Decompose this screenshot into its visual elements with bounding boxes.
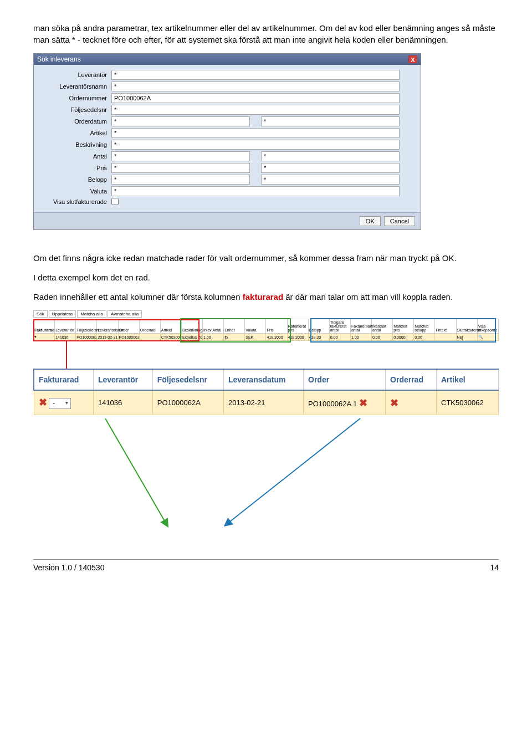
gc-6: CTK503006 [160,334,181,341]
svg-line-2 [227,418,360,524]
gc-3: 2013-02-21 [97,334,118,341]
gc-21: 🔍 [477,334,498,341]
grid-toolbar: Sök Uppdatera Matcha alla Avmatcha alla [33,310,499,318]
gh-5: Orderrad [139,319,160,334]
input-orderdatum-from[interactable] [111,116,250,126]
gh-13: Belopp [308,319,329,334]
input-pris-to[interactable] [261,163,400,173]
gc-19 [435,334,456,341]
input-valuta[interactable] [111,186,400,196]
gc-9: fp [224,334,245,341]
input-belopp-from[interactable] [111,175,250,185]
checkbox-visa-slutfakturerade[interactable] [111,198,119,205]
label-visa-slutfakturerade: Visa slutfakturerade [39,198,111,205]
zoom-grid: Fakturarad Leverantör Följesedelsnr Leve… [33,369,499,415]
gh-21: Visa Inköpsorde [477,319,498,334]
cancel-button[interactable]: Cancel [384,216,415,226]
input-antal-to[interactable] [261,151,400,161]
input-leverantor[interactable] [111,70,400,80]
gc-20: Nej [456,334,477,341]
gc-5 [139,334,160,341]
paragraph-2: Om det finns några icke redan matchade r… [33,252,499,264]
gc-13: 418,30 [308,334,329,341]
input-leverantorsnamn[interactable] [111,81,400,91]
gh-7: Beskrivning [181,319,202,334]
tool-avmatcha[interactable]: Avmatcha alla [108,310,142,318]
footer-page: 14 [490,563,499,572]
x-icon: ✖ [359,397,367,408]
input-orderdatum-to[interactable] [261,116,400,126]
gh-12: Rabatterat pris [287,319,308,334]
zh-fakturarad: Fakturarad [34,369,93,390]
gh-18: Matchat belopp [414,319,435,334]
annotation-blue-arrow [222,418,366,529]
label-orderdatum: Orderdatum [39,118,111,125]
dialog-titlebar: Sök inleverans X [34,54,421,65]
zh-foljesedelsnr: Följesedelsnr [152,369,223,390]
fakturarad-dropdown[interactable]: - [49,398,71,409]
gc-14: 0,00 [329,334,350,341]
page-footer: Version 1.0 / 140530 14 [33,559,499,572]
input-foljesedelsnr[interactable] [111,105,400,115]
paragraph-4: Raden innehåller ett antal kolumner där … [33,291,499,303]
tool-sok[interactable]: Sök [33,310,48,318]
input-artikel[interactable] [111,128,400,138]
gc-4: PO1000062A 1 [118,334,139,341]
label-pris: Pris [39,165,111,171]
label-leverantorsnamn: Leverantörsnamn [39,83,111,90]
zc-artikel: CTK5030062 [437,390,499,415]
search-delivery-dialog: Sök inleverans X Leverantör Leverantörsn… [33,53,421,230]
gh-4: Order [118,319,139,334]
zoom-grid-screenshot: Fakturarad Leverantör Följesedelsnr Leve… [33,369,499,415]
tool-matcha[interactable]: Matcha alla [77,310,106,318]
gc-12: 418,3000 [287,334,308,341]
zc-orderrad: ✖ [386,390,437,415]
x-icon: ✖ [39,397,47,408]
gh-3: Leveransdatum [97,319,118,334]
gh-8: Inlev Antal [203,319,224,334]
gh-11: Pris [266,319,287,334]
gh-10: Valuta [245,319,266,334]
zh-artikel: Artikel [437,369,499,390]
ok-button[interactable]: OK [360,216,381,226]
result-grid: FakturaradLeverantörFöljesedelsnrLeveran… [33,319,499,341]
input-pris-from[interactable] [111,163,250,173]
zc-fakturarad[interactable]: ✖ - [34,390,93,415]
gc-15: 1,00 [350,334,371,341]
label-antal: Antal [39,153,111,160]
gh-9: Enhet [224,319,245,334]
zc-order: PO1000062A 1 ✖ [304,390,386,415]
label-valuta: Valuta [39,188,111,195]
label-beskrivning: Beskrivning [39,141,111,148]
zc-leveransdatum: 2013-02-21 [223,390,303,415]
gh-14: Tidigare fakturerat antal [329,319,350,334]
dialog-title: Sök inleverans [37,55,81,63]
gc-16: 0,00 [372,334,393,341]
tool-uppdatera[interactable]: Uppdatera [49,310,76,318]
label-belopp: Belopp [39,176,111,183]
input-antal-from[interactable] [111,151,250,161]
input-beskrivning[interactable] [111,140,400,150]
gh-6: Artikel [160,319,181,334]
gh-0: Fakturarad [34,319,55,334]
wide-grid-screenshot: Sök Uppdatera Matcha alla Avmatcha alla … [33,310,499,341]
zh-orderrad: Orderrad [386,369,437,390]
close-icon[interactable]: X [408,55,417,63]
annotation-green-arrow [100,418,211,529]
x-icon: ✖ [390,397,398,408]
gh-17: Matchat pris [393,319,414,334]
label-leverantor: Leverantör [39,71,111,78]
gc-2: PO1000062A [76,334,97,341]
input-ordernummer[interactable] [111,93,400,103]
gh-16: Matchat antal [372,319,393,334]
gc-11: 418,3000 [266,334,287,341]
label-artikel: Artikel [39,130,111,136]
input-belopp-to[interactable] [261,175,400,185]
gh-20: Slutfakturerad [456,319,477,334]
gh-2: Följesedelsnr [76,319,97,334]
gc-10: SEK [245,334,266,341]
keyword-fakturarad: fakturarad [243,292,283,302]
zh-leverantor: Leverantör [93,369,152,390]
footer-version: Version 1.0 / 140530 [33,563,104,572]
gc-17: 0,0000 [393,334,414,341]
